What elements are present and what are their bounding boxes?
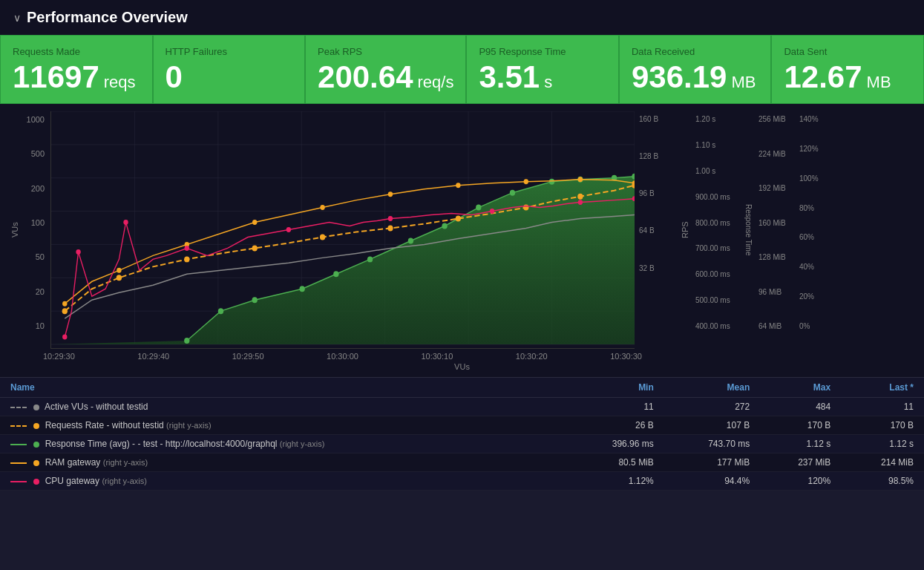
metric-value: 0 <box>166 62 293 93</box>
y-axis-response: 1.20 s 1.10 s 1.00 s 900.00 ms 800.00 ms… <box>691 111 743 349</box>
svg-point-30 <box>62 308 68 314</box>
metric-label: Data Received <box>632 46 759 57</box>
chart-area <box>50 111 635 349</box>
legend-last: 170 B <box>838 416 924 435</box>
y-axis-response-label: Response Time <box>743 111 754 349</box>
legend-name: Requests Rate - without testid (right y-… <box>0 416 565 435</box>
legend-min: 11 <box>565 398 661 416</box>
svg-point-53 <box>185 246 189 251</box>
svg-point-18 <box>252 297 258 303</box>
metric-value: 200.64req/s <box>318 62 453 93</box>
metric-value: 12.67MB <box>784 62 911 93</box>
svg-point-24 <box>476 205 481 211</box>
metric-label: Data Sent <box>784 46 911 57</box>
metric-unit: s <box>544 74 552 91</box>
right-axes: 160 B 128 B 96 B 64 B 32 B RPS 1.20 s 1.… <box>635 111 917 349</box>
metrics-row: Requests Made 11697reqs HTTP Failures 0 … <box>0 35 924 104</box>
svg-point-54 <box>286 227 291 232</box>
metric-value: 936.19MB <box>632 62 759 93</box>
legend-last: 1.12 s <box>838 435 924 453</box>
legend-mean: 177 MiB <box>661 453 757 472</box>
svg-point-43 <box>252 220 257 225</box>
metric-value: 3.51s <box>479 62 606 93</box>
svg-point-26 <box>549 179 554 185</box>
metric-card: P95 Response Time 3.51s <box>466 35 619 104</box>
legend-max: 120% <box>757 472 838 491</box>
svg-marker-15 <box>51 177 635 344</box>
metric-unit: req/s <box>418 74 454 91</box>
metric-card: Data Sent 12.67MB <box>771 35 924 104</box>
svg-point-56 <box>490 209 494 214</box>
legend-name: Response Time (avg) - - test - http://lo… <box>0 435 565 453</box>
legend-max: 484 <box>757 398 838 416</box>
legend-min: 80.5 MiB <box>565 453 661 472</box>
y-axis-mib: 256 MiB 224 MiB 192 MiB 160 MiB 128 MiB … <box>754 111 795 349</box>
y-axis-vus-label: VUs <box>7 111 21 349</box>
metric-card: Requests Made 11697reqs <box>0 35 153 104</box>
metric-value: 11697reqs <box>13 62 140 93</box>
metric-label: Requests Made <box>13 46 140 57</box>
metric-unit: MB <box>867 74 891 91</box>
svg-point-51 <box>76 249 80 255</box>
svg-point-23 <box>442 223 447 229</box>
svg-point-38 <box>577 194 583 200</box>
y-axis-rps: 160 B 128 B 96 B 64 B 32 B <box>635 111 679 349</box>
legend-header-max: Max <box>757 378 838 398</box>
legend-header-name: Name <box>0 378 565 398</box>
legend-min: 26 B <box>565 416 661 435</box>
legend-last: 214 MiB <box>838 453 924 472</box>
svg-point-37 <box>523 205 528 211</box>
legend-table: Name Min Mean Max Last * Active VUs - wi… <box>0 377 924 491</box>
metric-card: Peak RPS 200.64req/s <box>305 35 466 104</box>
page-title: Performance Overview <box>27 9 188 26</box>
legend-max: 170 B <box>757 416 838 435</box>
legend-name: CPU gateway (right y-axis) <box>0 472 565 491</box>
y-axis-vus-ticks: 1000 500 200 100 50 20 10 <box>21 111 50 349</box>
svg-point-21 <box>367 256 373 262</box>
svg-point-16 <box>184 338 189 344</box>
svg-point-44 <box>320 205 324 210</box>
svg-point-52 <box>123 220 128 225</box>
svg-point-55 <box>388 216 393 221</box>
svg-point-32 <box>184 256 189 262</box>
svg-point-41 <box>117 268 121 273</box>
legend-row: Response Time (avg) - - test - http://lo… <box>0 435 924 453</box>
legend-last: 11 <box>838 398 924 416</box>
legend-max: 1.12 s <box>757 435 838 453</box>
svg-point-46 <box>456 183 460 188</box>
y-axis-rps-label: RPS <box>679 111 691 349</box>
metric-label: HTTP Failures <box>166 46 293 57</box>
x-axis-ticks: 10:29:30 10:29:40 10:29:50 10:30:00 10:3… <box>0 349 924 362</box>
legend-header-min: Min <box>565 378 661 398</box>
metric-label: P95 Response Time <box>479 46 606 57</box>
legend-mean: 107 B <box>661 416 757 435</box>
legend-min: 1.12% <box>565 472 661 491</box>
metric-label: Peak RPS <box>318 46 453 57</box>
legend-header-last: Last * <box>838 378 924 398</box>
svg-point-36 <box>456 216 461 222</box>
svg-point-48 <box>578 177 583 182</box>
legend-max: 237 MiB <box>757 453 838 472</box>
svg-point-35 <box>387 226 393 232</box>
svg-point-20 <box>333 271 338 277</box>
svg-point-33 <box>252 245 258 251</box>
metric-unit: reqs <box>104 74 136 91</box>
svg-point-25 <box>510 190 515 196</box>
legend-min: 396.96 ms <box>565 435 661 453</box>
legend-name: Active VUs - without testid <box>0 398 565 416</box>
legend-mean: 94.4% <box>661 472 757 491</box>
header: ∨ Performance Overview <box>0 0 924 35</box>
svg-point-31 <box>117 275 122 281</box>
svg-point-57 <box>578 200 583 205</box>
legend-mean: 272 <box>661 398 757 416</box>
legend-last: 98.5% <box>838 472 924 491</box>
chart-section: VUs 1000 500 200 100 50 20 10 <box>0 104 924 491</box>
legend-header-mean: Mean <box>661 378 757 398</box>
legend-name: RAM gateway (right y-axis) <box>0 453 565 472</box>
svg-point-45 <box>388 191 393 197</box>
svg-point-17 <box>218 308 223 314</box>
svg-point-19 <box>300 286 305 292</box>
metric-card: Data Received 936.19MB <box>619 35 772 104</box>
svg-point-34 <box>320 234 325 240</box>
legend-row: Requests Rate - without testid (right y-… <box>0 416 924 435</box>
